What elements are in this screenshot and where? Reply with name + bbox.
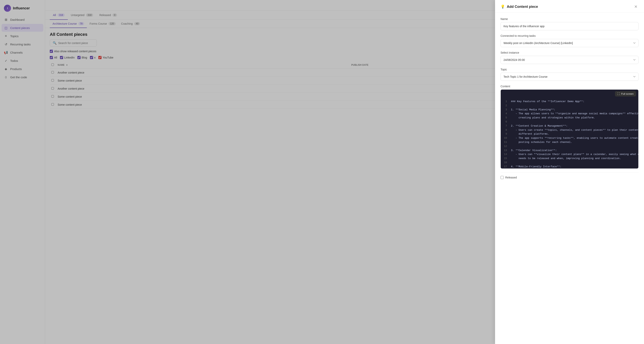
topic-label: Topic — [500, 68, 638, 71]
modal-title-text: Add Content piece — [507, 5, 538, 9]
modal-body: Name Connected to recurring tasks Weekly… — [495, 13, 644, 184]
instance-label: Select instance — [500, 51, 638, 54]
modal-close-button[interactable]: ✕ — [633, 4, 638, 9]
name-field-group: Name — [500, 17, 638, 30]
topic-field-group: Topic Tech Topic 1 for Architecture Cour… — [500, 68, 638, 81]
recurring-tasks-field-group: Connected to recurring tasks Weekly post… — [500, 34, 638, 47]
editor-header: ⛶ Full screen — [501, 90, 638, 98]
add-content-modal: 💡 Add Content piece ✕ Name Connected to … — [495, 0, 644, 344]
line-numbers: 12345678910111213141516171819202122 — [501, 98, 509, 169]
released-checkbox[interactable] — [500, 176, 504, 179]
fullscreen-icon: ⛶ — [617, 92, 620, 95]
name-input[interactable] — [500, 22, 638, 30]
bulb-icon: 💡 — [500, 4, 505, 9]
fullscreen-button[interactable]: ⛶ Full screen — [615, 91, 636, 96]
modal-header: 💡 Add Content piece ✕ — [495, 0, 644, 13]
instance-field-group: Select instance 24/08/2024 05:00 — [500, 51, 638, 64]
topic-select[interactable]: Tech Topic 1 for Architecture Course — [500, 73, 638, 81]
name-label: Name — [500, 17, 638, 20]
fullscreen-label: Full screen — [621, 92, 634, 95]
recurring-tasks-label: Connected to recurring tasks — [500, 34, 638, 37]
released-label: Released — [505, 176, 517, 179]
code-body: 12345678910111213141516171819202122 ### … — [501, 98, 638, 169]
content-label: Content — [500, 85, 638, 88]
code-lines[interactable]: ### Key Features of the **Influencer Dem… — [509, 98, 638, 169]
modal-title-group: 💡 Add Content piece — [500, 4, 538, 9]
content-field-group: Content ⛶ Full screen 123456789101112131… — [500, 85, 638, 169]
content-editor: ⛶ Full screen 12345678910111213141516171… — [500, 89, 638, 169]
recurring-tasks-select[interactable]: Weekly post on LinkedIn (Architecture Co… — [500, 39, 638, 47]
instance-select[interactable]: 24/08/2024 05:00 — [500, 56, 638, 64]
released-checkbox-row: Released — [500, 172, 638, 179]
modal-overlay: 💡 Add Content piece ✕ Name Connected to … — [0, 0, 644, 344]
